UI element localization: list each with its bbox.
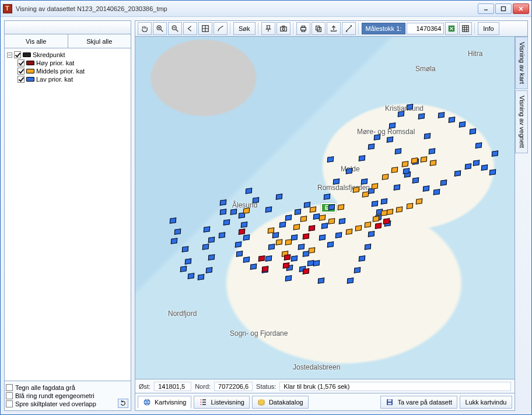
data-point[interactable] bbox=[250, 263, 257, 270]
data-point[interactable] bbox=[243, 234, 250, 241]
refresh-legend-button[interactable] bbox=[118, 399, 128, 408]
data-point[interactable] bbox=[372, 201, 379, 207]
data-point[interactable] bbox=[465, 163, 472, 170]
tab-datacatalog[interactable]: Datakatalog bbox=[252, 396, 309, 409]
pan-tool[interactable] bbox=[138, 22, 152, 35]
data-point[interactable] bbox=[398, 111, 405, 117]
data-point[interactable] bbox=[402, 161, 409, 167]
data-point[interactable] bbox=[220, 209, 227, 215]
data-point[interactable] bbox=[387, 136, 394, 143]
scale-input[interactable] bbox=[407, 23, 444, 34]
data-point[interactable] bbox=[303, 233, 310, 240]
data-point[interactable] bbox=[241, 221, 248, 228]
data-point[interactable] bbox=[188, 273, 195, 279]
tab-hide-all[interactable]: Skjul alle bbox=[68, 34, 131, 48]
data-point[interactable] bbox=[327, 156, 334, 163]
data-point[interactable] bbox=[198, 274, 205, 280]
data-point[interactable] bbox=[374, 134, 381, 140]
data-point[interactable] bbox=[243, 207, 250, 214]
data-point[interactable] bbox=[291, 255, 298, 262]
data-point[interactable] bbox=[313, 260, 320, 266]
data-point[interactable] bbox=[475, 142, 482, 149]
data-point[interactable] bbox=[298, 244, 305, 250]
data-point[interactable] bbox=[219, 232, 226, 238]
data-point[interactable] bbox=[220, 199, 227, 206]
tree-child-checkbox[interactable] bbox=[18, 59, 24, 66]
tab-list-view[interactable]: Listevisning bbox=[194, 396, 249, 409]
data-point[interactable] bbox=[309, 225, 316, 231]
data-point[interactable] bbox=[375, 223, 382, 229]
data-point[interactable] bbox=[411, 157, 418, 164]
minimize-button[interactable] bbox=[478, 3, 494, 14]
data-point[interactable] bbox=[454, 170, 461, 177]
data-point[interactable] bbox=[433, 189, 440, 195]
data-point[interactable] bbox=[333, 178, 340, 185]
data-point[interactable] bbox=[368, 143, 375, 150]
full-extent-button[interactable] bbox=[198, 22, 212, 35]
data-point[interactable] bbox=[359, 255, 366, 262]
data-point[interactable] bbox=[268, 244, 275, 250]
data-point[interactable] bbox=[295, 209, 302, 215]
data-point[interactable] bbox=[272, 232, 279, 238]
data-point[interactable] bbox=[328, 204, 335, 210]
opt-spread-checkbox[interactable] bbox=[6, 400, 13, 407]
data-point[interactable] bbox=[470, 128, 477, 135]
data-point[interactable] bbox=[253, 197, 260, 203]
close-map-button[interactable]: Lukk kartvindu bbox=[460, 396, 512, 409]
grid-button[interactable] bbox=[459, 22, 472, 35]
data-point[interactable] bbox=[418, 113, 425, 119]
data-point[interactable] bbox=[339, 218, 346, 224]
data-point[interactable] bbox=[423, 185, 430, 192]
data-point[interactable] bbox=[359, 155, 366, 161]
data-point[interactable] bbox=[180, 266, 187, 272]
data-point[interactable] bbox=[396, 206, 403, 213]
data-point[interactable] bbox=[449, 117, 456, 123]
data-point[interactable] bbox=[285, 275, 292, 282]
data-point[interactable] bbox=[346, 168, 353, 174]
data-point[interactable] bbox=[208, 254, 215, 261]
data-point[interactable] bbox=[338, 204, 345, 210]
data-point[interactable] bbox=[258, 255, 265, 262]
data-point[interactable] bbox=[276, 239, 283, 245]
map-viewport[interactable]: HitraSmølaKristiansundMøre- og RomsdalMo… bbox=[135, 37, 515, 379]
data-point[interactable] bbox=[394, 184, 401, 191]
data-point[interactable] bbox=[324, 194, 331, 200]
data-point[interactable] bbox=[365, 221, 372, 228]
data-point[interactable] bbox=[365, 244, 372, 250]
data-point[interactable] bbox=[223, 219, 230, 226]
data-point[interactable] bbox=[182, 246, 189, 252]
data-point[interactable] bbox=[309, 247, 316, 254]
data-point[interactable] bbox=[204, 226, 211, 233]
data-point[interactable] bbox=[353, 187, 360, 193]
zoom-in-tool[interactable] bbox=[153, 22, 167, 35]
data-point[interactable] bbox=[412, 177, 419, 184]
data-point[interactable] bbox=[246, 188, 253, 194]
data-point[interactable] bbox=[283, 262, 290, 269]
camera-tool[interactable] bbox=[276, 22, 290, 35]
back-button[interactable] bbox=[183, 22, 197, 35]
data-point[interactable] bbox=[230, 209, 237, 215]
data-point[interactable] bbox=[303, 268, 310, 275]
data-point[interactable] bbox=[319, 214, 326, 221]
data-point[interactable] bbox=[387, 209, 394, 215]
data-point[interactable] bbox=[389, 122, 396, 129]
data-point[interactable] bbox=[355, 225, 362, 231]
tree-root-checkbox[interactable] bbox=[14, 51, 21, 58]
data-point[interactable] bbox=[354, 267, 361, 273]
layer-tree[interactable]: − Skredpunkt Høy prior. katMiddels prior… bbox=[4, 48, 131, 381]
info-button[interactable]: Info bbox=[478, 22, 499, 35]
tab-show-all[interactable]: Vis alle bbox=[5, 34, 68, 48]
data-point[interactable] bbox=[291, 234, 298, 241]
data-point[interactable] bbox=[321, 223, 328, 229]
data-point[interactable] bbox=[328, 218, 335, 224]
data-point[interactable] bbox=[407, 203, 414, 209]
data-point[interactable] bbox=[383, 218, 390, 224]
data-point[interactable] bbox=[235, 241, 242, 248]
data-point[interactable] bbox=[208, 237, 215, 243]
tab-map-view[interactable]: Kartvisning bbox=[138, 396, 191, 409]
data-point[interactable] bbox=[403, 168, 410, 174]
measure-line-tool[interactable] bbox=[214, 22, 228, 35]
export-button[interactable] bbox=[327, 22, 341, 35]
data-point[interactable] bbox=[318, 277, 325, 284]
opt-blue-ring-checkbox[interactable] bbox=[6, 392, 13, 399]
